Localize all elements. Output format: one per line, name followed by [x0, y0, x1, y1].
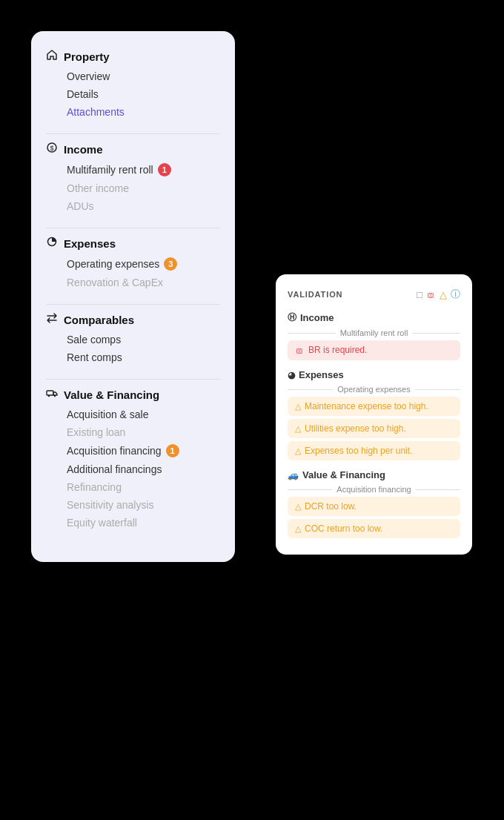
- warning-utilities: △ Utilities expense too high.: [288, 419, 460, 438]
- subsection-line-left-3: [288, 489, 332, 490]
- warn-triangle-4: △: [295, 502, 301, 512]
- nav-item-details[interactable]: Details: [67, 86, 220, 102]
- nav-section-property: Property Overview Details Attachments: [46, 49, 220, 120]
- warning-maintenance: △ Maintenance expense too high.: [288, 397, 460, 416]
- validation-header: VALIDATION □ ⦻ △ ⓘ: [288, 288, 460, 301]
- validation-panel: VALIDATION □ ⦻ △ ⓘ Ⓗ Income Multifamily …: [276, 274, 472, 555]
- warning-expenses-per-unit: △ Expenses too high per unit.: [288, 441, 460, 460]
- file-icon[interactable]: □: [417, 289, 422, 300]
- val-value-financing-section: 🚙 Value & Financing: [288, 469, 460, 480]
- nav-item-operating-expenses[interactable]: Operating expenses 3: [67, 255, 220, 273]
- truck-icon: [46, 387, 58, 402]
- nav-item-sensitivity-analysis[interactable]: Sensitivity analysis: [67, 497, 220, 513]
- value-financing-section-title: Value & Financing: [64, 388, 159, 401]
- triangle-warn-icon[interactable]: △: [440, 289, 447, 300]
- val-operating-subsection: Operating expenses: [288, 385, 460, 394]
- warning-coc: △ COC return too low.: [288, 519, 460, 538]
- badge-operating-expenses: 3: [164, 257, 177, 271]
- home-icon: [46, 49, 58, 64]
- nav-item-existing-loan[interactable]: Existing loan: [67, 424, 220, 440]
- nav-item-additional-financings[interactable]: Additional financings: [67, 461, 220, 477]
- val-income-section: Ⓗ Income: [288, 311, 460, 324]
- subsection-line-right: [412, 333, 460, 334]
- svg-point-4: [48, 395, 50, 397]
- nav-item-multifamily[interactable]: Multifamily rent roll 1: [67, 161, 220, 179]
- error-x-icon: ⦻: [295, 345, 305, 356]
- nav-item-sale-comps[interactable]: Sale comps: [67, 331, 220, 348]
- svg-point-5: [54, 395, 56, 397]
- subsection-line-right-3: [416, 489, 460, 490]
- val-pie-icon: ◕: [288, 370, 295, 380]
- nav-item-attachments[interactable]: Attachments: [67, 104, 220, 120]
- comparables-section-title: Comparables: [64, 314, 134, 326]
- nav-section-expenses: Expenses Operating expenses 3 Renovation…: [46, 236, 220, 291]
- nav-item-equity-waterfall[interactable]: Equity waterfall: [67, 515, 220, 531]
- pie-chart-icon: [46, 236, 58, 251]
- nav-section-comparables: Comparables Sale comps Rent comps: [46, 312, 220, 366]
- info-circle-icon[interactable]: ⓘ: [451, 288, 460, 301]
- validation-title: VALIDATION: [288, 290, 342, 299]
- nav-item-acquisition-financing[interactable]: Acquisition financing 1: [67, 442, 220, 460]
- nav-section-value-financing: Value & Financing Acquisition & sale Exi…: [46, 387, 220, 531]
- warn-triangle-3: △: [295, 446, 301, 456]
- svg-rect-3: [47, 391, 53, 395]
- warn-triangle-2: △: [295, 424, 301, 434]
- x-circle-icon[interactable]: ⦻: [426, 289, 436, 300]
- income-section-title: Income: [64, 143, 103, 156]
- val-acquisition-subsection: Acquisition financing: [288, 485, 460, 494]
- subsection-line-right-2: [415, 389, 460, 390]
- expenses-section-title: Expenses: [64, 237, 116, 250]
- badge-acquisition-financing: 1: [166, 444, 179, 457]
- warn-triangle-1: △: [295, 402, 301, 411]
- nav-item-adus[interactable]: ADUs: [67, 198, 220, 214]
- val-truck-icon: 🚙: [288, 470, 299, 480]
- nav-section-income: $ Income Multifamily rent roll 1 Other i…: [46, 142, 220, 214]
- nav-item-refinancing[interactable]: Refinancing: [67, 479, 220, 495]
- badge-multifamily: 1: [158, 163, 171, 176]
- subsection-line-left: [288, 333, 336, 334]
- nav-item-rent-comps[interactable]: Rent comps: [67, 349, 220, 366]
- val-dollar-icon: Ⓗ: [288, 311, 296, 324]
- nav-item-overview[interactable]: Overview: [67, 68, 220, 85]
- val-multifamily-subsection: Multifamily rent roll: [288, 328, 460, 337]
- nav-item-renovation[interactable]: Renovation & CapEx: [67, 274, 220, 291]
- warning-dcr: △ DCR too low.: [288, 497, 460, 516]
- nav-item-other-income[interactable]: Other income: [67, 180, 220, 196]
- warn-triangle-5: △: [295, 524, 301, 534]
- val-expenses-section: ◕ Expenses: [288, 369, 460, 380]
- svg-text:$: $: [50, 145, 53, 152]
- arrows-icon: [46, 312, 58, 327]
- dollar-circle-icon: $: [46, 142, 58, 156]
- left-nav-panel: Property Overview Details Attachments $ …: [31, 31, 235, 562]
- validation-icon-group: □ ⦻ △ ⓘ: [417, 288, 460, 301]
- nav-item-acquisition-sale[interactable]: Acquisition & sale: [67, 406, 220, 423]
- subsection-line-left-2: [288, 389, 333, 390]
- property-section-title: Property: [64, 50, 110, 63]
- error-br-required: ⦻ BR is required.: [288, 340, 460, 360]
